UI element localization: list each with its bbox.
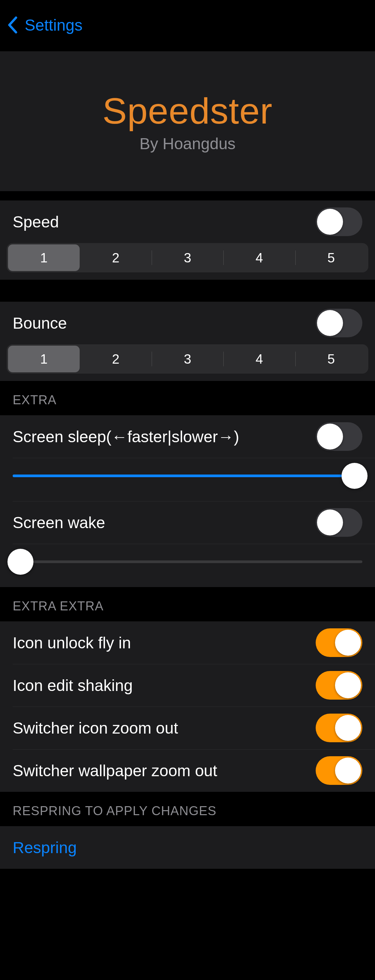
speed-seg-5[interactable]: 5 — [295, 244, 367, 271]
bounce-segmented[interactable]: 1 2 3 4 5 — [7, 344, 368, 374]
switcher-wallpaper-row: Switcher wallpaper zoom out — [0, 749, 375, 792]
bounce-group: Bounce 1 2 3 4 5 — [0, 302, 375, 381]
bounce-seg-4[interactable]: 4 — [223, 346, 295, 372]
switcher-icon-label: Switcher icon zoom out — [13, 719, 178, 737]
speed-seg-1[interactable]: 1 — [8, 244, 80, 271]
speed-segmented-wrapper: 1 2 3 4 5 — [0, 243, 375, 280]
extra-header: EXTRA — [0, 381, 375, 415]
icon-edit-label: Icon edit shaking — [13, 676, 132, 695]
back-label: Settings — [25, 16, 82, 34]
extra-extra-header: EXTRA EXTRA — [0, 587, 375, 621]
screen-sleep-slider-row — [0, 458, 375, 501]
respring-header: RESPRING TO APPLY CHANGES — [0, 792, 375, 826]
icon-edit-row: Icon edit shaking — [0, 664, 375, 706]
bounce-seg-5[interactable]: 5 — [295, 346, 367, 372]
icon-unlock-row: Icon unlock fly in — [0, 621, 375, 664]
screen-wake-slider-row — [0, 544, 375, 587]
bounce-seg-2[interactable]: 2 — [80, 346, 152, 372]
speed-seg-3[interactable]: 3 — [152, 244, 223, 271]
app-title: Speedster — [102, 89, 272, 132]
switcher-wallpaper-toggle[interactable] — [316, 756, 362, 785]
speed-group: Speed 1 2 3 4 5 — [0, 200, 375, 280]
respring-row[interactable]: Respring — [0, 826, 375, 869]
extra-group: Screen sleep(←faster|slower→) Screen wak… — [0, 415, 375, 587]
screen-wake-slider[interactable] — [13, 552, 362, 572]
switcher-wallpaper-label: Switcher wallpaper zoom out — [13, 762, 217, 780]
bounce-row: Bounce — [0, 302, 375, 344]
screen-wake-label: Screen wake — [13, 514, 105, 532]
screen-sleep-slider[interactable] — [13, 466, 362, 486]
extra-extra-group: Icon unlock fly in Icon edit shaking Swi… — [0, 621, 375, 792]
icon-unlock-toggle[interactable] — [316, 628, 362, 657]
app-header: Speedster By Hoangdus — [0, 51, 375, 191]
chevron-left-icon — [7, 15, 18, 35]
speed-seg-4[interactable]: 4 — [223, 244, 295, 271]
speed-segmented[interactable]: 1 2 3 4 5 — [7, 243, 368, 272]
screen-sleep-toggle[interactable] — [316, 422, 362, 451]
icon-edit-toggle[interactable] — [316, 671, 362, 700]
respring-label: Respring — [13, 838, 77, 857]
speed-label: Speed — [13, 213, 59, 231]
bounce-toggle[interactable] — [316, 309, 362, 337]
app-author: By Hoangdus — [139, 135, 235, 153]
screen-sleep-label: Screen sleep(←faster|slower→) — [13, 428, 239, 446]
switcher-icon-row: Switcher icon zoom out — [0, 706, 375, 749]
screen-wake-row: Screen wake — [0, 501, 375, 544]
speed-seg-2[interactable]: 2 — [80, 244, 152, 271]
bounce-seg-1[interactable]: 1 — [8, 346, 80, 372]
icon-unlock-label: Icon unlock fly in — [13, 634, 131, 652]
navbar: Settings — [0, 0, 375, 50]
bounce-segmented-wrapper: 1 2 3 4 5 — [0, 344, 375, 381]
bounce-label: Bounce — [13, 314, 67, 332]
speed-toggle[interactable] — [316, 207, 362, 236]
switcher-icon-toggle[interactable] — [316, 714, 362, 742]
speed-row: Speed — [0, 200, 375, 243]
back-button[interactable]: Settings — [7, 15, 82, 35]
screen-sleep-row: Screen sleep(←faster|slower→) — [0, 415, 375, 458]
bounce-seg-3[interactable]: 3 — [152, 346, 223, 372]
screen-wake-toggle[interactable] — [316, 508, 362, 537]
